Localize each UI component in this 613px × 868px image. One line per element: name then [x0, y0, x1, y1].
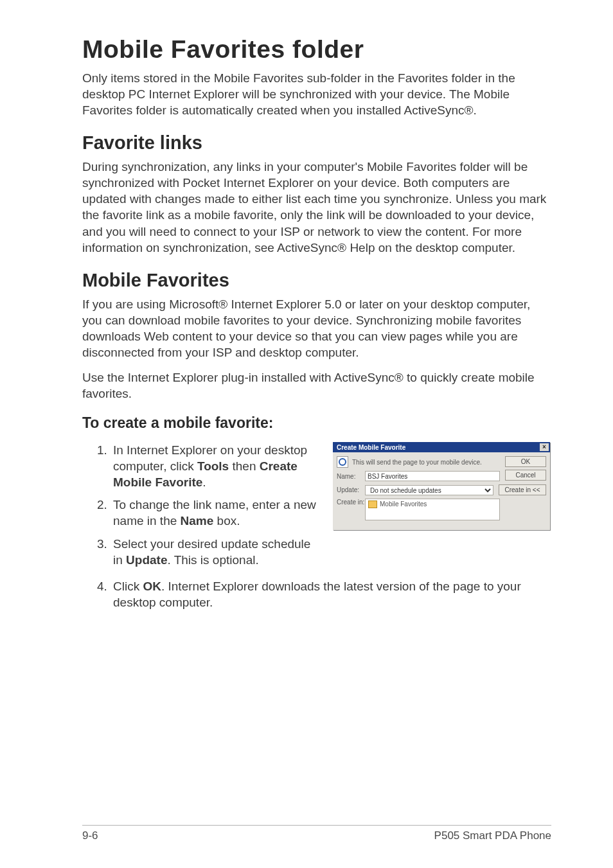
- ok-button[interactable]: OK: [505, 456, 546, 467]
- create-in-label: Create in:: [337, 499, 365, 506]
- page-title: Mobile Favorites folder: [82, 35, 551, 64]
- ie-icon: [337, 456, 348, 468]
- tree-item-label: Mobile Favorites: [380, 500, 427, 508]
- update-label: Update:: [337, 486, 365, 493]
- step-2: To change the link name, enter a new nam…: [111, 497, 323, 529]
- favorite-links-body: During synchronization, any links in you…: [82, 159, 551, 255]
- step-3: Select your desired update schedule in U…: [111, 536, 323, 568]
- create-in-button[interactable]: Create in <<: [499, 484, 546, 495]
- folder-icon: [368, 500, 377, 508]
- section-heading-favorite-links: Favorite links: [82, 132, 551, 154]
- name-label: Name:: [337, 473, 365, 480]
- step-4: Click OK. Internet Explorer downloads th…: [111, 578, 551, 610]
- create-mobile-favorite-dialog: Create Mobile Favorite × This will send …: [333, 442, 550, 530]
- close-icon[interactable]: ×: [540, 443, 549, 451]
- steps-list-continued: Click OK. Internet Explorer downloads th…: [82, 578, 551, 610]
- mobile-favorites-body-2: Use the Internet Explorer plug-in instal…: [82, 369, 551, 402]
- footer-device-name: P505 Smart PDA Phone: [434, 829, 551, 842]
- page-footer: 9-6 P505 Smart PDA Phone: [82, 825, 551, 842]
- footer-page-number: 9-6: [82, 829, 98, 842]
- step-1: In Internet Explorer on your desktop com…: [111, 442, 323, 490]
- dialog-title: Create Mobile Favorite: [337, 444, 405, 451]
- dialog-description: This will send the page to your mobile d…: [352, 459, 482, 466]
- mobile-favorites-body-1: If you are using Microsoft® Internet Exp…: [82, 296, 551, 360]
- intro-paragraph: Only items stored in the Mobile Favorite…: [82, 70, 551, 118]
- cancel-button[interactable]: Cancel: [505, 470, 546, 481]
- update-select[interactable]: Do not schedule updates: [365, 485, 493, 495]
- subsection-heading-create-mobile-favorite: To create a mobile favorite:: [82, 414, 551, 432]
- steps-list: In Internet Explorer on your desktop com…: [82, 442, 323, 568]
- create-in-tree[interactable]: Mobile Favorites: [365, 499, 500, 520]
- section-heading-mobile-favorites: Mobile Favorites: [82, 270, 551, 291]
- name-field[interactable]: [365, 471, 500, 481]
